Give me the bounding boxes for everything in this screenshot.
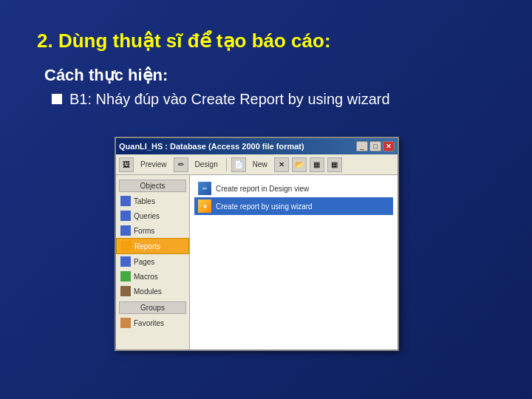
sidebar: Objects Tables Queries Forms Reports — [116, 175, 190, 349]
sidebar-item-pages[interactable]: Pages — [116, 254, 189, 269]
access-window: QuanLI_HS : Database (Access 2000 file f… — [115, 137, 399, 351]
reports-icon — [121, 241, 132, 251]
tables-label: Tables — [134, 197, 155, 205]
slide-subtitle: Cách thực hiện: — [44, 66, 495, 85]
wizard-icon: ★ — [198, 200, 211, 213]
window-titlebar: QuanLI_HS : Database (Access 2000 file f… — [116, 138, 398, 154]
groups-label: Groups — [119, 301, 186, 314]
modules-label: Modules — [134, 287, 162, 296]
sidebar-item-tables[interactable]: Tables — [116, 194, 189, 208]
sidebar-item-forms[interactable]: Forms — [116, 223, 189, 238]
content-item-design[interactable]: ✏ Create report in Design view — [194, 180, 393, 197]
maximize-button[interactable]: □ — [369, 141, 381, 151]
window-toolbar: 🖼 Preview ✏ Design 📄 New ✕ 📂 ▦ ▦ — [116, 154, 398, 175]
design-view-icon: ✏ — [198, 182, 211, 195]
preview-icon[interactable]: 🖼 — [119, 157, 134, 172]
open-icon[interactable]: 📂 — [292, 157, 307, 172]
content-item-wizard[interactable]: ★ Create report by using wizard — [194, 197, 393, 215]
sidebar-item-reports[interactable]: Reports — [116, 238, 189, 254]
favorites-icon — [120, 318, 131, 328]
macros-icon — [120, 271, 131, 282]
new-button[interactable]: New — [249, 159, 271, 170]
queries-label: Queries — [134, 212, 160, 220]
delete-icon[interactable]: ✕ — [274, 157, 289, 172]
window-controls: _ □ ✕ — [356, 141, 395, 151]
new-icon[interactable]: 📄 — [231, 157, 246, 172]
toolbar-separator — [226, 158, 227, 171]
design-icon[interactable]: ✏ — [174, 157, 188, 172]
window-title: QuanLI_HS : Database (Access 2000 file f… — [119, 142, 304, 151]
content-area: ✏ Create report in Design view ★ Create … — [190, 175, 398, 349]
bullet-icon — [52, 94, 62, 104]
favorites-label: Favorites — [134, 319, 164, 327]
bullet-item: B1: Nháy đúp vào Create Report by using … — [52, 91, 495, 108]
slide-title: 2. Dùng thuật sĩ để tạo báo cáo: — [37, 30, 495, 52]
reports-label: Reports — [134, 242, 160, 250]
sidebar-item-favorites[interactable]: Favorites — [116, 316, 189, 330]
wizard-label: Create report by using wizard — [216, 202, 313, 211]
pages-label: Pages — [134, 258, 154, 266]
grid-icon-sm[interactable]: ▦ — [310, 157, 324, 172]
modules-icon — [120, 286, 131, 296]
bullet-text: B1: Nháy đúp vào Create Report by using … — [69, 91, 390, 108]
design-view-label: Create report in Design view — [216, 185, 309, 193]
forms-label: Forms — [134, 227, 154, 235]
design-button[interactable]: Design — [191, 159, 222, 170]
preview-button[interactable]: Preview — [137, 159, 171, 170]
slide: 2. Dùng thuật sĩ để tạo báo cáo: Cách th… — [0, 0, 532, 399]
sidebar-item-modules[interactable]: Modules — [116, 284, 189, 299]
grid-icon-lg[interactable]: ▦ — [327, 157, 342, 172]
macros-label: Macros — [134, 273, 158, 281]
minimize-button[interactable]: _ — [356, 141, 368, 151]
pages-icon — [120, 256, 131, 267]
sidebar-item-queries[interactable]: Queries — [116, 208, 189, 223]
sidebar-item-macros[interactable]: Macros — [116, 269, 189, 284]
queries-icon — [120, 211, 131, 221]
objects-label: Objects — [119, 180, 186, 192]
main-area: Objects Tables Queries Forms Reports — [116, 175, 398, 349]
forms-icon — [120, 225, 131, 236]
close-button[interactable]: ✕ — [383, 141, 395, 151]
tables-icon — [120, 196, 131, 206]
